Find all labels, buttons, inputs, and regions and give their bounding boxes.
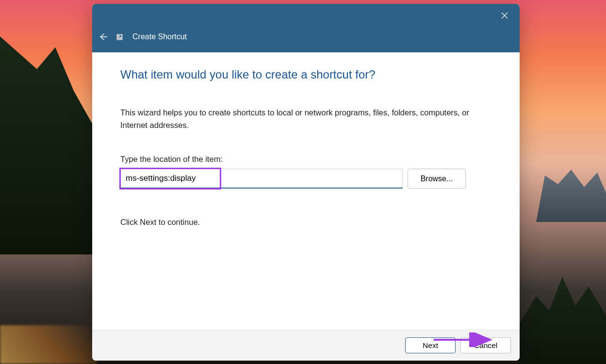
browse-button[interactable]: Browse... — [408, 169, 466, 189]
close-icon — [501, 12, 508, 19]
back-arrow-icon — [98, 32, 108, 42]
dialog-body: What item would you like to create a sho… — [92, 52, 520, 330]
location-label: Type the location of the item: — [120, 155, 491, 164]
close-button[interactable] — [493, 8, 516, 23]
back-button[interactable] — [98, 32, 108, 42]
location-input[interactable] — [120, 169, 403, 189]
cancel-button[interactable]: Cancel — [460, 337, 511, 353]
shortcut-icon — [116, 34, 123, 40]
dialog-heading: What item would you like to create a sho… — [120, 68, 491, 81]
window-title: Create Shortcut — [132, 32, 187, 41]
next-button[interactable]: Next — [405, 337, 456, 353]
dialog-footer: Next Cancel — [92, 330, 520, 361]
titlebar: Create Shortcut — [92, 4, 520, 52]
dialog-description: This wizard helps you to create shortcut… — [120, 107, 491, 131]
create-shortcut-dialog: Create Shortcut What item would you like… — [92, 4, 520, 361]
continue-text: Click Next to continue. — [120, 218, 491, 227]
